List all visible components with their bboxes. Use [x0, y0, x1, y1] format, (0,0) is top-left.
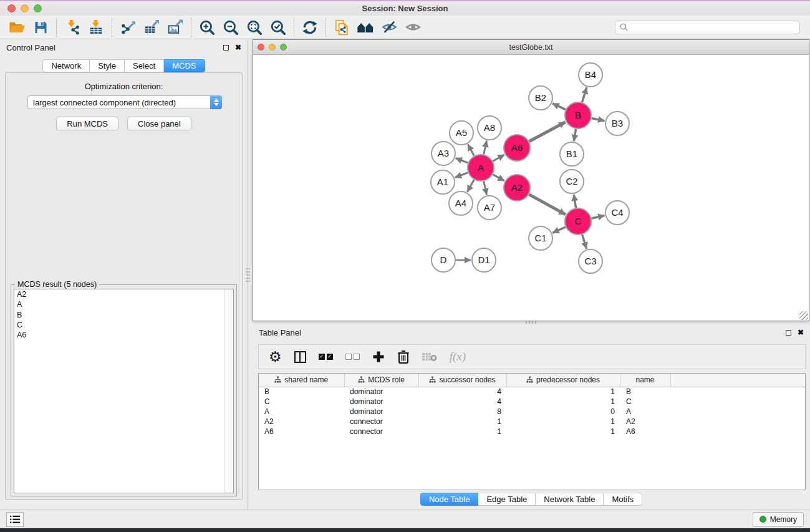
refresh-layout-button[interactable]: [298, 17, 322, 37]
result-list-item[interactable]: A: [14, 299, 233, 309]
node-label-A4: A4: [455, 198, 466, 208]
result-list-item[interactable]: B: [14, 310, 233, 320]
table-row[interactable]: A2connector11A2: [259, 417, 805, 427]
node-label-B4: B4: [585, 69, 596, 80]
node-label-C4: C4: [611, 207, 623, 218]
edge-A2-C[interactable]: [529, 195, 566, 215]
desktop-background: [0, 528, 810, 532]
tab-style[interactable]: Style: [90, 59, 125, 72]
import-network-button[interactable]: [60, 17, 84, 37]
zoom-in-button[interactable]: [195, 17, 219, 37]
node-label-B3: B3: [612, 118, 623, 128]
import-table-button[interactable]: [84, 17, 108, 37]
result-scrollbar[interactable]: [224, 289, 233, 493]
edge-B-B1[interactable]: [574, 129, 576, 142]
edge-A-A3[interactable]: [456, 158, 468, 163]
export-network-icon: [120, 19, 136, 35]
network-title: testGlobe.txt: [253, 43, 809, 52]
node-label-A: A: [478, 162, 484, 173]
run-mcds-button[interactable]: Run MCDS: [56, 117, 118, 130]
control-panel-title: Control Panel: [6, 43, 55, 52]
float-panel-icon[interactable]: [223, 45, 229, 51]
task-history-button[interactable]: [6, 512, 24, 527]
result-list-item[interactable]: A6: [14, 330, 233, 340]
network-canvas[interactable]: AA1A2A3A4A5A6A7A8BB1B2B3B4CC1C2C3C4DD1: [253, 55, 809, 321]
tab-node-table[interactable]: Node Table: [420, 493, 479, 506]
delete-table-button[interactable]: [422, 349, 437, 365]
toolbar-separator: [191, 18, 191, 37]
edge-B-B3[interactable]: [592, 118, 605, 120]
zoom-out-button[interactable]: [219, 17, 243, 37]
tab-network-table[interactable]: Network Table: [536, 493, 604, 506]
edge-A-A7[interactable]: [484, 181, 487, 195]
vertical-split-grip[interactable]: [246, 268, 250, 282]
column-header-shared-name[interactable]: shared name: [259, 374, 344, 387]
mcds-result-list[interactable]: A2ABCA6: [14, 289, 234, 493]
edge-C-C4[interactable]: [591, 216, 604, 219]
edge-A-A1[interactable]: [455, 173, 468, 178]
mcds-result-groupbox: MCDS result (5 nodes) A2ABCA6: [11, 284, 237, 496]
zoom-fit-button[interactable]: [243, 17, 266, 37]
application-window: Session: New Session: [0, 0, 810, 532]
close-panel-icon[interactable]: ✖: [798, 330, 804, 336]
window-resize-grip[interactable]: [799, 311, 808, 320]
result-list-item[interactable]: C: [14, 320, 233, 330]
edge-A-A4[interactable]: [467, 180, 474, 192]
delete-column-button[interactable]: [397, 349, 410, 365]
table-row[interactable]: Bdominator41B: [259, 387, 805, 397]
tab-motifs[interactable]: Motifs: [604, 493, 642, 506]
table-row[interactable]: Adominator80A: [259, 407, 805, 417]
close-panel-button[interactable]: Close panel: [127, 117, 191, 130]
zoom-selected-button[interactable]: [266, 17, 290, 37]
mcds-result-title: MCDS result (5 nodes): [15, 280, 99, 289]
tab-mcds[interactable]: MCDS: [164, 59, 205, 72]
edge-A6-B[interactable]: [529, 122, 565, 142]
edge-B-B2[interactable]: [552, 104, 566, 110]
column-header-name[interactable]: name: [620, 374, 670, 387]
deselect-all-button[interactable]: [345, 349, 360, 365]
tab-edge-table[interactable]: Edge Table: [478, 493, 536, 506]
search-icon: [619, 22, 629, 32]
table-row[interactable]: Cdominator41C: [259, 397, 805, 407]
close-panel-icon[interactable]: ✖: [235, 45, 241, 51]
export-table-button[interactable]: [140, 17, 163, 37]
node-label-A8: A8: [484, 122, 495, 133]
tab-network[interactable]: Network: [42, 59, 90, 72]
show-all-icon: [405, 19, 422, 35]
function-builder-button[interactable]: f(x): [450, 349, 466, 365]
column-header-successor-nodes[interactable]: successor nodes: [418, 374, 506, 387]
edge-C-C3[interactable]: [582, 235, 587, 249]
table-settings-button[interactable]: ⚙: [269, 349, 282, 365]
node-label-C2: C2: [566, 176, 577, 186]
first-neighbors-button[interactable]: [354, 17, 377, 37]
result-list-item[interactable]: A2: [14, 289, 233, 299]
memory-button[interactable]: Memory: [753, 512, 804, 527]
new-network-from-selection-button[interactable]: [330, 17, 354, 37]
export-network-button[interactable]: [116, 17, 140, 37]
select-all-button[interactable]: ✓✓: [319, 349, 333, 365]
edge-A-A2[interactable]: [493, 175, 504, 181]
float-panel-icon[interactable]: [786, 330, 791, 336]
open-session-button[interactable]: [5, 17, 29, 37]
network-graph: AA1A2A3A4A5A6A7A8BB1B2B3B4CC1C2C3C4DD1: [253, 55, 809, 321]
column-header-predecessor-nodes[interactable]: predecessor nodes: [506, 374, 620, 387]
export-image-button[interactable]: [163, 17, 187, 37]
edge-A-A8[interactable]: [484, 141, 487, 155]
table-row[interactable]: A6connector11A6: [259, 427, 805, 437]
add-column-button[interactable]: [372, 349, 385, 365]
hide-selected-button[interactable]: [377, 17, 401, 37]
edge-C-C2[interactable]: [574, 195, 576, 208]
show-columns-button[interactable]: [294, 349, 306, 365]
edge-A-A5[interactable]: [468, 144, 474, 155]
search-box[interactable]: [615, 21, 800, 34]
save-session-button[interactable]: [29, 17, 52, 37]
tab-select[interactable]: Select: [125, 59, 164, 72]
edge-B-B4[interactable]: [582, 87, 586, 102]
show-all-button[interactable]: [401, 17, 425, 37]
node-label-A1: A1: [437, 177, 448, 187]
edge-A-A6[interactable]: [493, 155, 504, 161]
column-header-mcds-role[interactable]: MCDS role: [344, 374, 418, 387]
criterion-select[interactable]: largest connected component (directed): [27, 95, 222, 109]
edge-C-C1[interactable]: [552, 227, 566, 233]
search-input[interactable]: [629, 23, 796, 32]
